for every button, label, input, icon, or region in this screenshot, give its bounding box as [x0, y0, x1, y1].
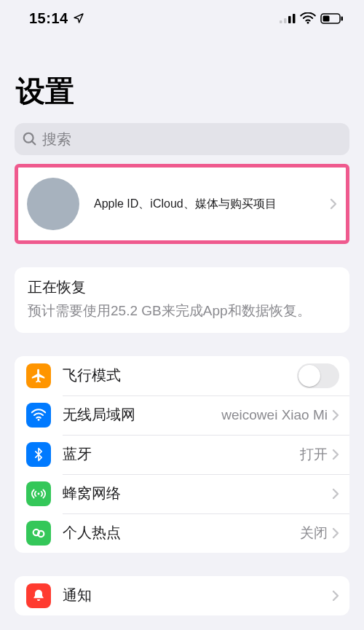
bluetooth-value: 打开: [300, 445, 328, 464]
airplane-row[interactable]: 飞行模式: [15, 356, 349, 395]
svg-rect-1: [284, 18, 287, 23]
cellular-icon: [280, 13, 296, 23]
svg-point-11: [38, 492, 40, 495]
svg-rect-0: [280, 20, 282, 23]
restore-title: 正在恢复: [28, 277, 336, 297]
search-icon: [22, 131, 38, 147]
notification-group: 通知: [15, 576, 349, 615]
wifi-value: weicowei Xiao Mi: [221, 407, 328, 423]
chevron-right-icon: [332, 527, 339, 539]
svg-point-10: [38, 419, 40, 421]
hotspot-icon: [26, 521, 51, 546]
chevron-right-icon: [332, 449, 339, 460]
svg-line-9: [32, 141, 36, 145]
svg-rect-3: [293, 14, 296, 23]
notifications-row[interactable]: 通知: [15, 576, 349, 615]
chevron-right-icon: [332, 590, 339, 602]
hotspot-row[interactable]: 个人热点 关闭: [15, 513, 349, 553]
notifications-label: 通知: [51, 586, 332, 605]
settings-screen: 15:14 设置 搜索 Apple ID、iCloud、媒体与购买项目 正在恢复…: [0, 0, 364, 630]
appleid-highlight: Apple ID、iCloud、媒体与购买项目: [15, 164, 349, 244]
status-time: 15:14: [29, 10, 84, 27]
restore-subtitle: 预计需要使用25.2 GB来完成App和数据恢复。: [28, 302, 336, 321]
svg-rect-6: [323, 15, 330, 21]
airplane-label: 飞行模式: [51, 366, 297, 385]
search-input[interactable]: 搜索: [15, 123, 349, 155]
location-icon: [73, 12, 84, 24]
appleid-subtitle: Apple ID、iCloud、媒体与购买项目: [79, 197, 330, 212]
chevron-right-icon: [330, 198, 337, 210]
status-icons: [280, 12, 344, 24]
svg-rect-2: [288, 16, 291, 23]
wifi-row[interactable]: 无线局域网 weicowei Xiao Mi: [15, 395, 349, 435]
bluetooth-row[interactable]: 蓝牙 打开: [15, 435, 349, 474]
bluetooth-icon: [26, 442, 51, 467]
wifi-icon: [300, 12, 316, 24]
cellular-label: 蜂窝网络: [51, 484, 328, 503]
chevron-right-icon: [332, 488, 339, 500]
bluetooth-label: 蓝牙: [51, 444, 300, 464]
search-placeholder: 搜索: [42, 130, 71, 149]
status-time-text: 15:14: [29, 10, 68, 27]
wifi-settings-icon: [26, 403, 51, 428]
hotspot-label: 个人热点: [51, 523, 300, 543]
page-title: 设置: [0, 36, 364, 119]
restore-row[interactable]: 正在恢复 预计需要使用25.2 GB来完成App和数据恢复。: [15, 267, 349, 333]
cellular-settings-icon: [26, 481, 51, 506]
wifi-label: 无线局域网: [51, 405, 221, 425]
hotspot-value: 关闭: [300, 524, 328, 543]
appleid-row[interactable]: Apple ID、iCloud、媒体与购买项目: [18, 168, 346, 240]
airplane-toggle[interactable]: [297, 363, 339, 388]
connection-group: 飞行模式 无线局域网 weicowei Xiao Mi 蓝牙 打开 蜂窝网络: [15, 356, 349, 553]
battery-icon: [320, 13, 344, 24]
restore-group: 正在恢复 预计需要使用25.2 GB来完成App和数据恢复。: [15, 267, 349, 333]
avatar: [27, 178, 79, 230]
chevron-right-icon: [332, 409, 339, 421]
status-bar: 15:14: [0, 0, 364, 36]
airplane-icon: [26, 363, 51, 388]
svg-point-4: [307, 22, 309, 24]
svg-rect-7: [341, 16, 344, 20]
cellular-row[interactable]: 蜂窝网络: [15, 474, 349, 513]
bell-icon: [26, 583, 51, 608]
